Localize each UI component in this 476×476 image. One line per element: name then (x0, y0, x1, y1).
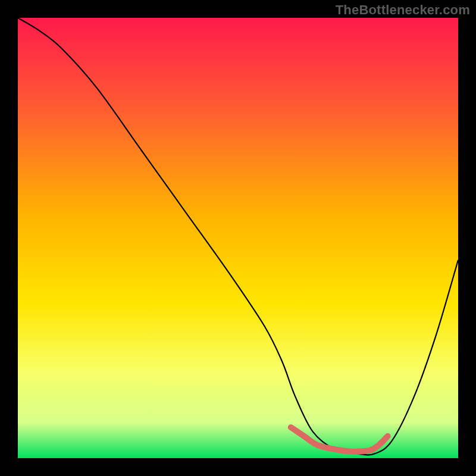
chart-frame: TheBottlenecker.com (0, 0, 476, 476)
attribution-text: TheBottlenecker.com (336, 2, 470, 18)
gradient-background (18, 18, 458, 458)
plot-area (18, 18, 458, 458)
bottleneck-chart (18, 18, 458, 458)
